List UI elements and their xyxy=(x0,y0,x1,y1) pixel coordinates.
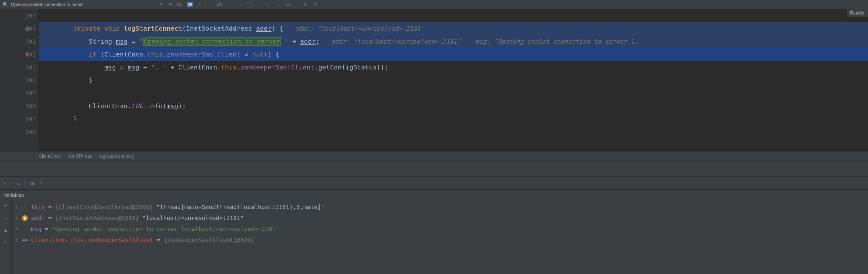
gutter-row[interactable]: 603 xyxy=(0,61,38,74)
move-up-icon[interactable]: ▲ xyxy=(3,227,8,233)
variable-value: "Opening socket connection to server loc… xyxy=(51,223,279,235)
variable-type: {InetSocketAddress@3818} xyxy=(55,213,139,223)
variable-name: msg xyxy=(31,223,42,235)
line-number: 607 xyxy=(20,116,36,122)
list-view-icon[interactable]: ≡ xyxy=(40,180,43,186)
variable-row[interactable]: ›≡this = {ClientCnxn$SendThread@3805} "T… xyxy=(15,202,865,213)
code-line[interactable]: } xyxy=(39,74,868,87)
regex-toggle[interactable]: .* xyxy=(198,2,201,7)
step-into-blue-icon[interactable]: ↘ᵢ xyxy=(15,180,20,186)
next-match-icon[interactable]: ↓ xyxy=(241,2,243,7)
variable-row[interactable]: ›👓ClientCnxn.this.zooKeeperSaslClient = … xyxy=(15,235,865,246)
chevron-right-icon[interactable]: › xyxy=(15,202,19,213)
code-line[interactable] xyxy=(39,125,868,138)
editor-gutter: 599600@601602●✓603604605606607608 xyxy=(0,9,39,151)
code-line[interactable]: ClientCnxn.LOG.info(msg); xyxy=(39,99,868,113)
breadcrumb-item[interactable]: SendThread xyxy=(67,153,92,159)
match-case-toggle[interactable]: Cc xyxy=(177,2,182,7)
variable-row[interactable]: ›≡msg = "Opening socket connection to se… xyxy=(15,223,865,235)
equals-sign: = xyxy=(48,213,52,223)
variable-name: this xyxy=(31,202,45,213)
variable-value: "Thread[main-SendThread(localhost:2181),… xyxy=(156,202,324,213)
variable-type: {ClientCnxn$SendThread@3805} xyxy=(55,202,153,213)
variable-row[interactable]: ›paddr = {InetSocketAddress@3818} "local… xyxy=(15,213,865,223)
search-icon: 🔍 xyxy=(3,2,8,7)
variable-value: "localhost/<unresolved>:2181" xyxy=(142,213,244,223)
line-number: 599 xyxy=(20,12,36,19)
chevron-right-icon[interactable]: › xyxy=(15,213,19,223)
gutter-row[interactable]: 607 xyxy=(0,113,38,125)
filter-icon-1[interactable]: ≡↓ xyxy=(304,2,308,7)
line-number: 603 xyxy=(20,64,36,71)
debug-blank-strip xyxy=(0,161,868,176)
code-line[interactable]: msg = msg + ". " + ClientCnxn.this.zooKe… xyxy=(39,61,868,74)
variables-side-toolbar: ＋ － ▲ ▼ xyxy=(0,200,12,274)
search-text: Opening socket connection to server xyxy=(11,2,84,7)
breadcrumb-item[interactable]: ClientCnxn xyxy=(39,153,61,159)
line-number: 606 xyxy=(20,103,36,110)
breakpoint-icon[interactable]: ●✓ xyxy=(25,51,28,57)
chevron-right-icon: › xyxy=(63,153,65,159)
filter-icon-2[interactable]: ▽ xyxy=(314,2,317,7)
gutter-row[interactable]: 605 xyxy=(0,87,38,99)
remove-selection-icon[interactable]: ⁻⎵ xyxy=(275,2,280,7)
debug-toolbar: ↖ₓ ↘ᵢ ⊞ ≡ xyxy=(0,177,868,190)
variables-header: Variables xyxy=(0,190,868,200)
equals-sign: = xyxy=(45,223,49,235)
object-icon: ≡ xyxy=(22,204,28,210)
parameter-icon: p xyxy=(22,215,28,221)
breadcrumb[interactable]: ClientCnxn › SendThread › logStartConnec… xyxy=(0,151,868,161)
remove-watch-icon[interactable]: － xyxy=(3,215,8,222)
add-watch-icon[interactable]: ＋ xyxy=(3,202,8,209)
code-line[interactable]: } xyxy=(39,113,868,125)
move-down-icon[interactable]: ▼ xyxy=(3,239,8,245)
gutter-row[interactable]: 600@ xyxy=(0,22,38,35)
close-icon[interactable]: ✕ xyxy=(159,2,162,7)
code-area[interactable]: private void logStartConnect(InetSocketA… xyxy=(39,9,868,151)
search-box[interactable]: 🔍 Opening socket connection to server xyxy=(3,2,84,7)
chevron-right-icon[interactable]: › xyxy=(15,223,19,235)
match-count: 1/1 xyxy=(217,2,222,7)
prev-match-icon[interactable]: ↑ xyxy=(233,2,235,7)
object-icon: ≡ xyxy=(22,226,28,232)
separator xyxy=(25,180,26,187)
line-number: 605 xyxy=(20,90,36,97)
gutter-row[interactable]: 604 xyxy=(0,74,38,87)
code-line[interactable]: private void logStartConnect(InetSocketA… xyxy=(39,22,868,35)
code-line[interactable]: if (ClientCnxn.this.zooKeeperSaslClient … xyxy=(39,48,868,61)
line-number: 608 xyxy=(20,129,36,135)
gutter-row[interactable]: 602●✓ xyxy=(0,48,38,61)
add-selection-icon[interactable]: ⁺⎵ xyxy=(264,2,269,7)
step-out-red-icon[interactable]: ↖ₓ xyxy=(3,180,10,186)
equals-sign: = xyxy=(48,202,52,213)
code-line[interactable]: String msg = "Opening socket connection … xyxy=(39,35,868,48)
variable-name: ClientCnxn.this.zooKeeperSaslClient xyxy=(31,235,154,246)
chevron-right-icon[interactable]: › xyxy=(15,235,19,246)
find-nav: ↑ ↓ ▢ ⁺⎵ ⁻⎵ ☑⎵ ≡↓ ▽ xyxy=(233,2,317,7)
code-line[interactable] xyxy=(39,9,868,22)
breadcrumb-item[interactable]: logStartConnect() xyxy=(99,153,135,159)
watch-icon: 👓 xyxy=(22,237,28,243)
variable-type: {ZooKeeperSaslClient@3821} xyxy=(163,235,255,246)
gutter-row[interactable]: 608 xyxy=(0,125,38,138)
select-all-icon[interactable]: ▢ xyxy=(249,2,252,7)
variable-name: addr xyxy=(31,213,45,223)
debug-panel: ↖ₓ ↘ᵢ ⊞ ≡ Variables ＋ － ▲ ▼ ›≡this = {Cl… xyxy=(0,176,868,274)
find-bar: 🔍 Opening socket connection to server ✕ … xyxy=(0,0,868,9)
whole-word-toggle[interactable]: W xyxy=(187,2,193,7)
line-number: 601 xyxy=(20,38,36,45)
code-editor[interactable]: Reader 599600@601602●✓603604605606607608… xyxy=(0,9,868,151)
override-icon[interactable]: @ xyxy=(25,26,30,31)
table-view-icon[interactable]: ⊞ xyxy=(31,180,35,186)
equals-sign: = xyxy=(157,235,160,246)
code-line[interactable] xyxy=(39,87,868,99)
line-number: 604 xyxy=(20,77,36,84)
gutter-row[interactable]: 606 xyxy=(0,99,38,113)
variables-body: ＋ － ▲ ▼ ›≡this = {ClientCnxn$SendThread@… xyxy=(0,200,868,274)
gutter-row[interactable]: 601 xyxy=(0,35,38,48)
select-all-occurrences-icon[interactable]: ☑⎵ xyxy=(285,2,292,7)
variables-list[interactable]: ›≡this = {ClientCnxn$SendThread@3805} "T… xyxy=(12,200,868,274)
pin-icon[interactable]: ⟳ xyxy=(169,2,173,7)
find-options: ⟳ Cc W .* 1/1 xyxy=(169,2,222,7)
gutter-row[interactable]: 599 xyxy=(0,9,38,22)
